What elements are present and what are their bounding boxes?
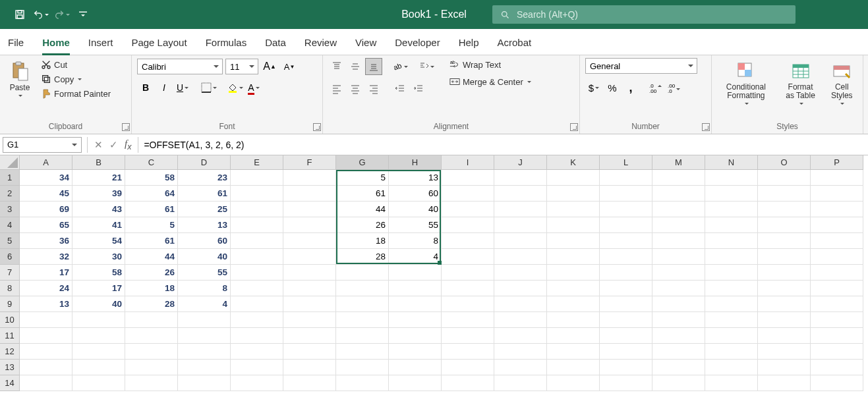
cell[interactable]	[600, 312, 652, 328]
tab-review[interactable]: Review	[304, 32, 337, 55]
row-header[interactable]: 5	[0, 233, 20, 249]
cell[interactable]	[72, 344, 125, 360]
cell[interactable]	[758, 265, 811, 281]
row-header[interactable]: 4	[0, 217, 20, 233]
alignment-dialog-launcher-icon[interactable]	[570, 123, 578, 131]
cell[interactable]	[231, 186, 283, 202]
cell[interactable]	[811, 296, 863, 312]
cell[interactable]: 4	[178, 296, 231, 312]
cell[interactable]	[758, 249, 811, 265]
cell[interactable]	[758, 186, 811, 202]
cell[interactable]	[494, 360, 547, 375]
cell[interactable]	[283, 281, 336, 296]
cell[interactable]: 36	[20, 233, 72, 249]
cell[interactable]	[125, 312, 178, 328]
cell[interactable]	[811, 344, 863, 360]
font-color-icon[interactable]: A	[245, 79, 262, 96]
cell[interactable]	[442, 249, 494, 265]
cell[interactable]	[547, 281, 600, 296]
cell[interactable]	[811, 312, 863, 328]
search-input[interactable]	[517, 9, 788, 20]
col-header[interactable]: H	[389, 155, 442, 170]
number-dialog-launcher-icon[interactable]	[702, 123, 710, 131]
align-bottom-icon[interactable]	[365, 58, 382, 75]
cancel-formula-icon[interactable]: ✕	[94, 139, 103, 151]
cell[interactable]	[283, 170, 336, 186]
cell[interactable]	[758, 296, 811, 312]
select-all-corner[interactable]	[0, 155, 20, 170]
cell[interactable]: 69	[20, 202, 72, 217]
cell[interactable]	[811, 170, 863, 186]
cell[interactable]	[705, 375, 758, 391]
cell[interactable]	[758, 344, 811, 360]
format-as-table-button[interactable]: Format as Table	[779, 58, 823, 108]
save-icon[interactable]	[12, 7, 28, 22]
cell[interactable]	[547, 170, 600, 186]
cell[interactable]	[20, 312, 72, 328]
tab-developer[interactable]: Developer	[395, 32, 440, 55]
cell[interactable]	[389, 312, 442, 328]
cell[interactable]	[494, 312, 547, 328]
cell[interactable]	[705, 344, 758, 360]
cell[interactable]	[178, 344, 231, 360]
cell[interactable]	[125, 328, 178, 344]
decrease-indent-icon[interactable]	[391, 80, 409, 97]
cell[interactable]	[811, 328, 863, 344]
cut-button[interactable]: Cut	[38, 58, 113, 71]
number-format-select[interactable]: General	[585, 58, 697, 74]
col-header[interactable]: E	[231, 155, 283, 170]
orientation-icon[interactable]: ab	[391, 58, 409, 75]
cell[interactable]: 61	[336, 186, 389, 202]
cell[interactable]	[389, 281, 442, 296]
cell[interactable]: 8	[178, 281, 231, 296]
row-header[interactable]: 6	[0, 249, 20, 265]
cell[interactable]	[494, 265, 547, 281]
underline-icon[interactable]: U	[174, 79, 191, 96]
cell[interactable]	[20, 360, 72, 375]
col-header[interactable]: F	[283, 155, 336, 170]
cell[interactable]: 5	[336, 170, 389, 186]
cell[interactable]	[283, 296, 336, 312]
col-header[interactable]: I	[442, 155, 494, 170]
cell[interactable]	[442, 233, 494, 249]
cell[interactable]	[125, 360, 178, 375]
cell[interactable]: 58	[72, 265, 125, 281]
cell[interactable]	[600, 375, 652, 391]
cell[interactable]	[231, 233, 283, 249]
font-size-select[interactable]: 11	[225, 59, 258, 74]
cell[interactable]	[442, 328, 494, 344]
cell[interactable]: 23	[178, 170, 231, 186]
cell[interactable]	[705, 202, 758, 217]
cell[interactable]	[442, 312, 494, 328]
cell[interactable]	[494, 375, 547, 391]
font-dialog-launcher-icon[interactable]	[313, 123, 321, 131]
cell[interactable]	[20, 375, 72, 391]
cell[interactable]: 26	[125, 265, 178, 281]
cell[interactable]: 39	[72, 186, 125, 202]
cell[interactable]	[758, 202, 811, 217]
cell[interactable]: 21	[72, 170, 125, 186]
cell[interactable]	[652, 328, 705, 344]
cell[interactable]	[442, 296, 494, 312]
cell[interactable]: 4	[389, 249, 442, 265]
cell[interactable]	[231, 281, 283, 296]
cell[interactable]	[758, 233, 811, 249]
tab-insert[interactable]: Insert	[88, 32, 113, 55]
cell[interactable]: 17	[20, 265, 72, 281]
cell[interactable]: 40	[72, 296, 125, 312]
cell[interactable]	[600, 170, 652, 186]
cell[interactable]	[652, 360, 705, 375]
col-header[interactable]: C	[125, 155, 178, 170]
comma-format-icon[interactable]: ,	[622, 79, 639, 96]
cell[interactable]	[494, 328, 547, 344]
cell[interactable]	[442, 344, 494, 360]
cell[interactable]	[231, 202, 283, 217]
percent-format-icon[interactable]: %	[604, 79, 621, 96]
cell[interactable]	[494, 217, 547, 233]
cell[interactable]: 44	[336, 202, 389, 217]
cell[interactable]: 24	[20, 281, 72, 296]
cell[interactable]	[494, 281, 547, 296]
cell[interactable]: 28	[125, 296, 178, 312]
name-box[interactable]: G1	[3, 137, 82, 153]
cell[interactable]: 30	[72, 249, 125, 265]
